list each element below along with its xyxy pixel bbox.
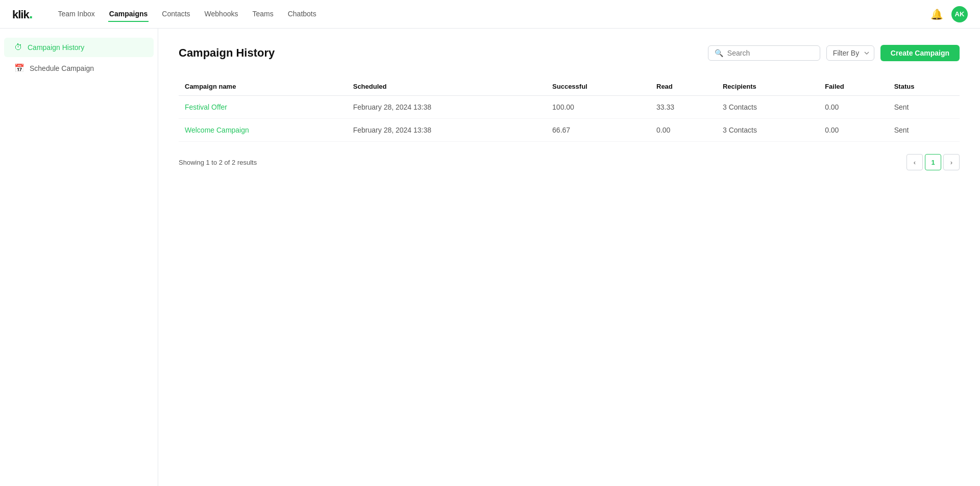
col-scheduled: Scheduled: [347, 78, 546, 96]
row2-read: 0.00: [650, 119, 717, 142]
search-input[interactable]: [727, 49, 814, 57]
nav-item-contacts[interactable]: Contacts: [161, 7, 191, 22]
row1-scheduled: February 28, 2024 13:38: [347, 96, 546, 119]
notifications-icon[interactable]: 🔔: [930, 8, 943, 20]
pagination: Showing 1 to 2 of 2 results ‹ 1 ›: [179, 154, 960, 170]
header-actions: 🔍 Filter By Create Campaign: [708, 45, 960, 61]
row1-successful: 100.00: [546, 96, 650, 119]
clock-icon: ⏱: [14, 43, 22, 52]
row2-recipients: 3 Contacts: [717, 119, 819, 142]
user-avatar[interactable]: AK: [951, 6, 968, 22]
calendar-icon: 📅: [14, 63, 24, 73]
table-row: Welcome Campaign February 28, 2024 13:38…: [179, 119, 960, 142]
campaign-table: Campaign name Scheduled Successful Read …: [179, 78, 960, 142]
logo-dot: .: [29, 6, 33, 21]
main-content: Campaign History 🔍 Filter By Create Camp…: [158, 29, 980, 486]
nav-item-team-inbox[interactable]: Team Inbox: [57, 7, 95, 22]
layout: ⏱ Campaign History 📅 Schedule Campaign C…: [0, 29, 980, 486]
campaign-table-container: Campaign name Scheduled Successful Read …: [179, 78, 960, 170]
table-header: Campaign name Scheduled Successful Read …: [179, 78, 960, 96]
nav-item-webhooks[interactable]: Webhooks: [204, 7, 239, 22]
row1-status: Sent: [888, 96, 960, 119]
pagination-controls: ‹ 1 ›: [906, 154, 960, 170]
pagination-next[interactable]: ›: [943, 154, 960, 170]
nav-item-teams[interactable]: Teams: [251, 7, 274, 22]
logo-text: klik.: [12, 7, 32, 21]
sidebar: ⏱ Campaign History 📅 Schedule Campaign: [0, 29, 158, 486]
row2-failed: 0.00: [819, 119, 888, 142]
row1-failed: 0.00: [819, 96, 888, 119]
sidebar-item-schedule-campaign[interactable]: 📅 Schedule Campaign: [4, 58, 154, 78]
pagination-prev[interactable]: ‹: [906, 154, 923, 170]
col-successful: Successful: [546, 78, 650, 96]
pagination-info: Showing 1 to 2 of 2 results: [179, 159, 257, 166]
main-header: Campaign History 🔍 Filter By Create Camp…: [179, 45, 960, 61]
col-failed: Failed: [819, 78, 888, 96]
table-row: Festival Offer February 28, 2024 13:38 1…: [179, 96, 960, 119]
nav-item-campaigns[interactable]: Campaigns: [108, 7, 149, 22]
search-box: 🔍: [708, 45, 820, 61]
col-campaign-name: Campaign name: [179, 78, 347, 96]
row2-successful: 66.67: [546, 119, 650, 142]
col-recipients: Recipients: [717, 78, 819, 96]
pagination-page-1[interactable]: 1: [925, 154, 941, 170]
sidebar-item-label-campaign-history: Campaign History: [28, 43, 84, 52]
page-title: Campaign History: [179, 46, 708, 60]
row2-campaign-name[interactable]: Welcome Campaign: [179, 119, 347, 142]
table-body: Festival Offer February 28, 2024 13:38 1…: [179, 96, 960, 142]
nav-right: 🔔 AK: [930, 6, 968, 22]
sidebar-item-label-schedule-campaign: Schedule Campaign: [30, 64, 94, 72]
app-logo[interactable]: klik.: [12, 7, 32, 21]
nav-items: Team Inbox Campaigns Contacts Webhooks T…: [57, 7, 914, 22]
row2-scheduled: February 28, 2024 13:38: [347, 119, 546, 142]
filter-by-select[interactable]: Filter By: [826, 45, 874, 61]
col-status: Status: [888, 78, 960, 96]
search-icon: 🔍: [715, 49, 723, 57]
row1-campaign-name[interactable]: Festival Offer: [179, 96, 347, 119]
row1-recipients: 3 Contacts: [717, 96, 819, 119]
sidebar-item-campaign-history[interactable]: ⏱ Campaign History: [4, 38, 154, 57]
nav-item-chatbots[interactable]: Chatbots: [287, 7, 317, 22]
row1-read: 33.33: [650, 96, 717, 119]
top-navigation: klik. Team Inbox Campaigns Contacts Webh…: [0, 0, 980, 29]
row2-status: Sent: [888, 119, 960, 142]
col-read: Read: [650, 78, 717, 96]
create-campaign-button[interactable]: Create Campaign: [880, 45, 960, 61]
